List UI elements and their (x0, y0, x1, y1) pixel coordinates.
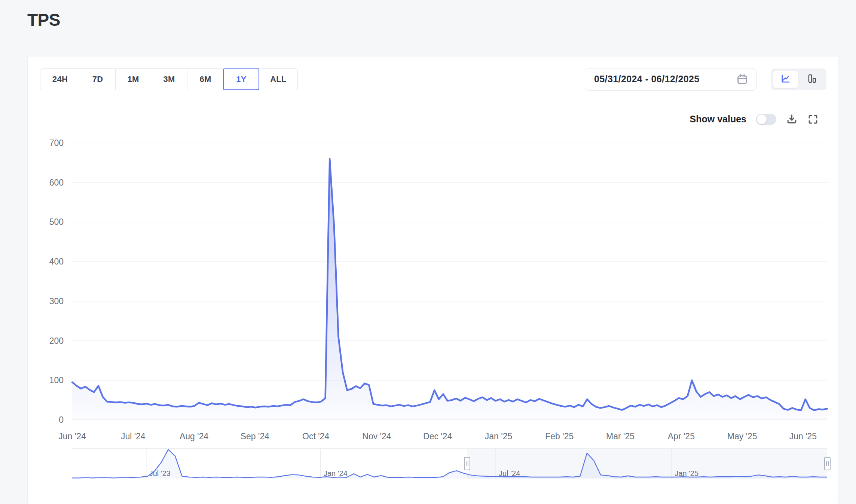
x-tick-label: May '25 (727, 431, 757, 441)
x-tick-label: Aug '24 (180, 431, 208, 441)
range-button-1y[interactable]: 1Y (223, 68, 259, 90)
navigator-left-handle[interactable] (464, 457, 470, 470)
x-tick-label: Jun '24 (58, 431, 86, 441)
y-tick-label: 0 (59, 415, 64, 425)
x-tick-label: Oct '24 (302, 431, 329, 441)
date-range-value: 05/31/2024 - 06/12/2025 (594, 74, 700, 85)
x-tick-label: Mar '25 (606, 431, 635, 441)
range-button-24h[interactable]: 24H (40, 68, 80, 90)
y-tick-label: 600 (49, 178, 64, 187)
fullscreen-button[interactable] (807, 114, 819, 125)
x-tick-label: Apr '25 (668, 431, 695, 441)
download-button[interactable] (786, 113, 798, 125)
range-button-6m[interactable]: 6M (187, 68, 224, 90)
download-icon (786, 113, 798, 125)
x-tick-label: Jan '25 (485, 431, 512, 441)
range-button-all[interactable]: ALL (259, 68, 298, 90)
navigator-tick-label: Jan '25 (675, 469, 698, 477)
page-title: TPS (27, 10, 60, 30)
show-values-toggle[interactable] (756, 114, 776, 125)
navigator-right-handle[interactable] (824, 457, 831, 470)
x-tick-label: Jul '24 (121, 431, 146, 441)
bar-chart-icon (807, 73, 817, 85)
calendar-icon (736, 73, 749, 86)
range-button-1m[interactable]: 1M (115, 68, 151, 90)
navigator-tick-label: Jan '24 (324, 469, 348, 477)
date-range-picker[interactable]: 05/31/2024 - 06/12/2025 (585, 68, 756, 91)
x-tick-label: Dec '24 (423, 431, 452, 441)
fullscreen-icon (807, 114, 819, 125)
line-chart-icon (780, 73, 791, 85)
toggle-knob (757, 114, 767, 124)
x-tick-label: Feb '25 (545, 431, 574, 441)
navigator-selection[interactable] (467, 449, 827, 479)
x-tick-label: Nov '24 (362, 431, 391, 441)
chart-type-line-option[interactable] (773, 71, 798, 88)
chart-area: Show values 0100200300400500600700Jun '2… (28, 102, 838, 504)
y-tick-label: 200 (49, 336, 64, 346)
chart-type-bar-option[interactable] (800, 71, 824, 88)
chart-type-switcher (771, 68, 826, 90)
page: { "page": { "title": "TPS" }, "toolbar":… (0, 0, 856, 504)
series-area (72, 159, 827, 420)
range-button-3m[interactable]: 3M (151, 68, 187, 90)
y-tick-label: 300 (49, 296, 64, 306)
x-tick-label: Jun '25 (789, 431, 817, 441)
x-tick-label: Sep '24 (241, 431, 269, 441)
tps-area-chart: 0100200300400500600700Jun '24Jul '24Aug … (28, 102, 838, 504)
time-range-group: 24H7D1M3M6M1YALL (40, 68, 298, 90)
show-values-label: Show values (690, 114, 746, 125)
chart-toolbar: 24H7D1M3M6M1YALL 05/31/2024 - 06/12/2025 (28, 56, 838, 102)
y-tick-label: 400 (49, 257, 64, 266)
range-button-7d[interactable]: 7D (80, 68, 116, 90)
chart-controls: Show values (690, 113, 819, 125)
chart-card: 24H7D1M3M6M1YALL 05/31/2024 - 06/12/2025 (27, 56, 839, 504)
series-line (72, 159, 827, 410)
y-tick-label: 100 (49, 375, 64, 385)
y-tick-label: 500 (49, 217, 64, 227)
y-tick-label: 700 (49, 138, 64, 148)
